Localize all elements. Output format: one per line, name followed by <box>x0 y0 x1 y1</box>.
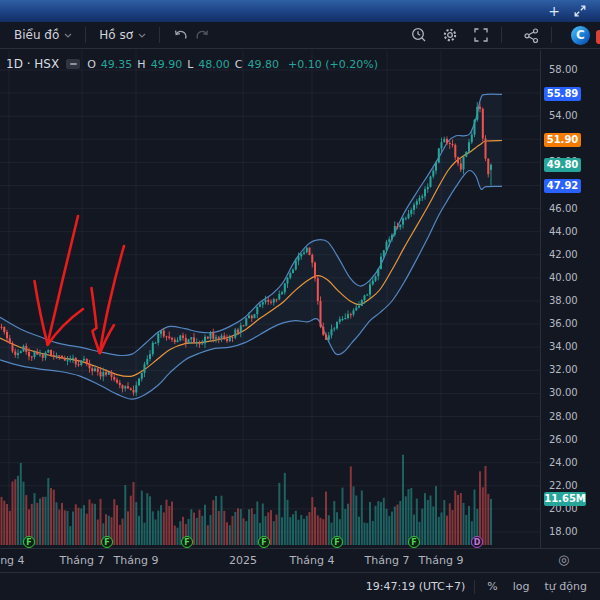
price-badge: 51.90 <box>544 133 581 147</box>
window-titlebar: + <box>0 0 600 22</box>
replay-icon[interactable] <box>408 24 430 46</box>
expand-window-icon[interactable] <box>574 5 586 17</box>
price-tick-label: 24.00 <box>549 457 578 469</box>
status-bar: 19:47:19 (UTC+7) % log tự động <box>0 572 600 600</box>
drawing-layer <box>35 216 125 353</box>
tab-chart-label: Biểu đồ <box>14 28 59 42</box>
event-marker-financials[interactable]: F <box>408 536 420 548</box>
price-tick-label: 54.00 <box>549 110 578 122</box>
divider <box>501 27 502 43</box>
price-tick-label: 38.00 <box>549 295 578 307</box>
legend-visibility-icon[interactable] <box>66 59 80 69</box>
event-marker-financials[interactable]: F <box>101 536 113 548</box>
percent-scale-button[interactable]: % <box>484 578 500 595</box>
time-axis-label: Tháng 9 <box>419 554 464 567</box>
price-tick-label: 34.00 <box>549 341 578 353</box>
chart-toolbar: Biểu đồ Hồ sơ <box>0 22 600 49</box>
price-tick-label: 40.00 <box>549 272 578 284</box>
ohlc-value: 49.90 <box>151 58 183 71</box>
cropped-notification-dot <box>596 30 600 44</box>
ohlc-key: H <box>137 58 145 71</box>
time-axis-label: Tháng 9 <box>114 554 159 567</box>
price-tick-label: 36.00 <box>549 318 578 330</box>
price-tick-label: 42.00 <box>549 249 578 261</box>
chevron-down-icon <box>138 33 146 38</box>
share-icon[interactable] <box>520 24 542 46</box>
undo-button[interactable] <box>169 24 191 46</box>
price-tick-label: 22.00 <box>549 480 578 492</box>
divider <box>474 580 475 594</box>
price-tick-label: 18.00 <box>549 526 578 538</box>
change-value: +0.10 (+0.20%) <box>288 58 378 71</box>
ohlc-value: 49.35 <box>101 58 133 71</box>
price-tick-label: 28.00 <box>549 411 578 423</box>
bollinger-band-layer <box>0 94 502 399</box>
event-marker-dividend[interactable]: D <box>471 536 483 548</box>
clock: 19:47:19 (UTC+7) <box>366 580 466 593</box>
price-tick-label: 44.00 <box>549 226 578 238</box>
time-axis-label: áng 4 <box>0 554 25 567</box>
price-badge: 49.80 <box>544 158 581 172</box>
ohlc-key: L <box>187 58 193 71</box>
event-marker-financials[interactable]: F <box>258 536 270 548</box>
settings-gear-icon[interactable] <box>439 24 461 46</box>
ohlc-key: C <box>235 58 243 71</box>
time-axis-label: Tháng 4 <box>290 554 335 567</box>
price-tick-label: 46.00 <box>549 203 578 215</box>
price-chart-canvas[interactable] <box>0 50 540 548</box>
divider <box>159 27 160 43</box>
price-badge: 55.89 <box>544 87 581 101</box>
divider <box>85 27 86 43</box>
tab-chart[interactable]: Biểu đồ <box>10 25 76 45</box>
price-badge: 47.92 <box>544 179 581 193</box>
log-scale-button[interactable]: log <box>510 578 533 595</box>
price-tick-label: 30.00 <box>549 387 578 399</box>
symbol-title[interactable]: 1D · HSX <box>6 57 59 71</box>
ohlc-value: 49.80 <box>247 58 279 71</box>
auto-scale-button[interactable]: tự động <box>542 578 590 595</box>
price-tick-label: 58.00 <box>549 64 578 76</box>
tab-profile[interactable]: Hồ sơ <box>95 25 150 45</box>
price-tick-label: 26.00 <box>549 434 578 446</box>
broker-logo[interactable]: C <box>571 26 590 45</box>
ohlc-values: O49.35H49.90L48.00C49.80 <box>87 58 279 71</box>
volume-layer <box>1 455 493 545</box>
time-axis[interactable]: áng 4Tháng 7Tháng 92025Tháng 4Tháng 7Thá… <box>0 548 600 573</box>
event-marker-financials[interactable]: F <box>23 536 35 548</box>
ohlc-value: 48.00 <box>198 58 230 71</box>
time-axis-label: 2025 <box>229 554 257 567</box>
time-axis-label: Tháng 7 <box>60 554 105 567</box>
event-marker-financials[interactable]: F <box>331 536 343 548</box>
volume-badge: 11.65M <box>544 492 586 506</box>
tab-profile-label: Hồ sơ <box>99 28 133 42</box>
redo-button[interactable] <box>191 24 213 46</box>
event-marker-financials[interactable]: F <box>181 536 193 548</box>
ohlc-key: O <box>87 58 96 71</box>
price-axis[interactable]: 18.0020.0022.0024.0026.0028.0030.0032.00… <box>540 50 600 548</box>
symbol-legend: 1D · HSX O49.35H49.90L48.00C49.80 +0.10 … <box>6 57 378 71</box>
chevron-down-icon <box>64 33 72 38</box>
price-tick-label: 32.00 <box>549 364 578 376</box>
add-panel-icon[interactable]: + <box>548 4 560 18</box>
trading-chart-app: + Biểu đồ Hồ sơ <box>0 0 600 600</box>
time-axis-label: Tháng 7 <box>365 554 410 567</box>
divider <box>551 27 552 43</box>
fullscreen-icon[interactable] <box>470 24 492 46</box>
scroll-to-recent-icon[interactable]: ◎ <box>558 552 569 567</box>
